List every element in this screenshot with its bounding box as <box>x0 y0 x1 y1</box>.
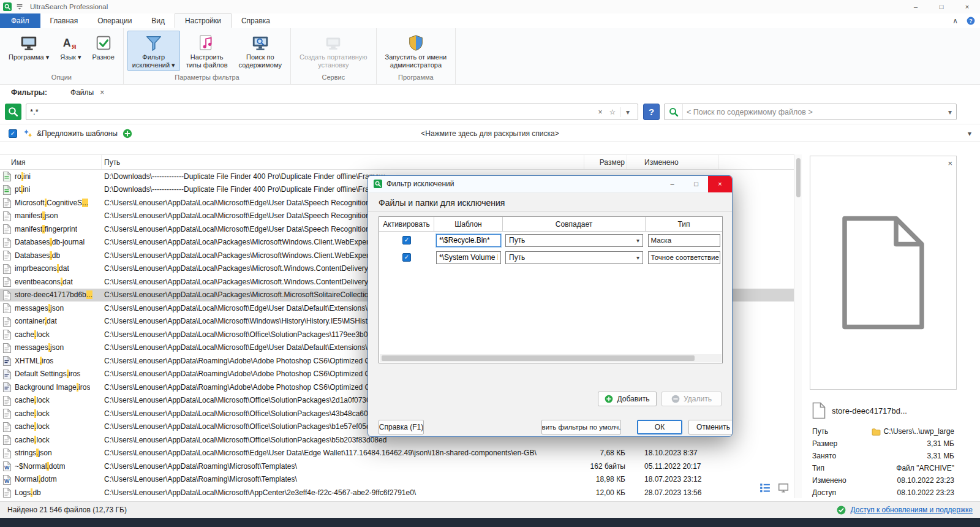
ribbon-button[interactable]: Настроитьтипы файлов <box>181 31 233 71</box>
column-header-pattern: Шаблон <box>434 217 503 231</box>
minimize-button[interactable]: – <box>903 0 929 13</box>
filters-label: Фильтры: <box>11 88 47 97</box>
dialog-title: Фильтр исключений <box>386 180 454 188</box>
file-icon <box>2 422 12 432</box>
cancel-button[interactable]: Отменить <box>688 420 733 434</box>
table-row[interactable]: strings.jsonC:\Users\Lenouser\AppData\Lo… <box>0 447 794 460</box>
preview-view-icon[interactable] <box>778 482 789 493</box>
dialog-close-button[interactable]: × <box>708 176 732 192</box>
dialog-minimize-button[interactable]: – <box>660 176 684 192</box>
ok-button[interactable]: ОК <box>637 420 682 434</box>
dialog-help-button[interactable]: Справка (F1) <box>379 420 424 434</box>
file-name-cell: XHTML.iros <box>0 355 102 366</box>
column-header-name[interactable]: Имя <box>0 155 102 169</box>
table-row[interactable]: W~$Normal.dotmC:\Users\Lenouser\AppData\… <box>0 460 794 473</box>
file-icon <box>2 264 12 274</box>
help-icon[interactable]: ? <box>967 17 975 25</box>
filter-tab-close-icon[interactable]: × <box>100 88 104 97</box>
tabrow-right: ∧ ? <box>952 13 975 28</box>
table-row[interactable]: Logs.dbC:\Users\Lenouser\AppData\Local\M… <box>0 486 794 498</box>
search-button[interactable] <box>5 104 21 120</box>
table-row[interactable]: WNormal.dotmC:\Users\Lenouser\AppData\Ro… <box>0 473 794 487</box>
titlebar: UltraSearch Professional – □ × <box>0 0 980 13</box>
content-dropdown-icon[interactable]: ▾ <box>944 108 956 116</box>
column-header-size[interactable]: Размер <box>584 155 627 169</box>
favorite-star-icon[interactable]: ☆ <box>606 108 619 116</box>
scrollbar-thumb[interactable] <box>796 158 801 197</box>
preview-close-icon[interactable]: × <box>948 159 952 168</box>
dialog-hscrollbar[interactable] <box>380 354 722 362</box>
file-icon <box>2 224 12 234</box>
file-name: ~$Normal.dotm <box>15 462 65 471</box>
property-label: Тип <box>812 464 858 473</box>
pattern-help-button[interactable]: ? <box>643 104 660 120</box>
clear-input-icon[interactable]: × <box>594 108 606 116</box>
svg-text:А: А <box>63 37 71 49</box>
preview-info: store-deec41717bd... ПутьC:\Users\..\uwp… <box>811 397 956 499</box>
ribbon-button[interactable]: Программа ▾ <box>4 31 54 63</box>
ribbon-button[interactable]: Фильтрисключений ▾ <box>127 31 180 71</box>
file-name-cell: Databases.db <box>0 250 102 260</box>
menu-tab[interactable]: Операции <box>88 13 141 28</box>
quick-access-menu-icon[interactable] <box>15 2 24 11</box>
file-name-cell: messages.json <box>0 343 102 353</box>
expand-list-hint[interactable]: <Нажмите здесь для раскрытия списка> <box>0 129 980 138</box>
history-dropdown-icon[interactable]: ▾ <box>622 108 634 116</box>
file-name-cell: cache.lock <box>0 422 102 432</box>
add-exclusion-button[interactable]: Добавить <box>598 392 657 406</box>
ribbon-button[interactable]: АяЯзык ▾ <box>55 31 86 63</box>
portable-icon <box>324 34 342 52</box>
updates-support-link[interactable]: Доступ к обновлениям и поддержке <box>851 506 973 514</box>
close-button[interactable]: × <box>954 0 980 13</box>
ribbon-button[interactable]: Поиск посодержимому <box>234 31 287 71</box>
file-name: pt.ini <box>15 185 30 194</box>
file-name: messages.json <box>15 304 64 313</box>
file-icon <box>2 343 12 353</box>
ribbon-button-label: исключений ▾ <box>132 61 175 69</box>
exclusion-type-box[interactable]: Точное соответствие <box>648 251 720 264</box>
list-view-icon[interactable] <box>760 482 771 493</box>
file-icon <box>2 434 12 445</box>
dialog-maximize-button[interactable]: □ <box>684 176 708 192</box>
dialog-hscroll-thumb[interactable] <box>382 355 695 361</box>
file-icon <box>2 171 12 181</box>
file-table-scrollbar[interactable] <box>794 154 802 498</box>
exclusion-pattern-input[interactable] <box>436 251 501 264</box>
exclusion-enabled-checkbox[interactable]: ✓ <box>402 236 411 245</box>
menu-tabs: ФайлГлавнаяОперацииВидНастройкиСправка <box>0 13 980 28</box>
property-label: Изменено <box>812 476 858 485</box>
exclusion-match-select[interactable]: Путь▾ <box>505 234 643 247</box>
monitor-icon <box>20 34 38 52</box>
ribbon-button[interactable]: Разное <box>88 31 119 63</box>
exclusion-type-box[interactable]: Маска <box>648 234 720 247</box>
menu-tab[interactable]: Файл <box>0 13 40 28</box>
ribbon-group-label: Программа <box>379 74 453 84</box>
file-icon <box>2 303 12 313</box>
menu-tab[interactable]: Справка <box>232 13 280 28</box>
content-search-icon[interactable] <box>665 104 683 119</box>
filter-tab-files[interactable]: Файлы × <box>70 88 104 97</box>
dialog-titlebar[interactable]: Фильтр исключений – □ × <box>368 176 732 192</box>
template-dropdown-icon[interactable]: ▾ <box>968 129 971 138</box>
content-search-input[interactable] <box>683 108 944 116</box>
exclusion-pattern-input[interactable] <box>436 234 501 247</box>
collapse-ribbon-icon[interactable]: ∧ <box>952 17 958 25</box>
dialog-divider <box>368 211 732 212</box>
menu-tab[interactable]: Настройки <box>175 13 232 28</box>
funnel-icon <box>145 34 163 52</box>
column-header-path[interactable]: Путь <box>102 155 584 169</box>
property-value-text: 3,31 МБ <box>927 452 954 461</box>
exclusion-enabled-checkbox[interactable]: ✓ <box>402 253 411 262</box>
document-placeholder-icon <box>837 214 929 332</box>
ribbon-button[interactable]: Запустить от имениадминистратора <box>380 31 452 71</box>
file-doc-icon <box>812 402 826 419</box>
menu-tab[interactable]: Главная <box>40 13 88 28</box>
exclusion-match-select[interactable]: Путь▾ <box>505 251 643 264</box>
column-header-modified[interactable]: Изменено <box>627 155 719 169</box>
pattern-input[interactable] <box>30 107 594 116</box>
maximize-button[interactable]: □ <box>929 0 954 13</box>
ribbon-button-label: Фильтр <box>142 53 165 61</box>
menu-tab[interactable]: Вид <box>141 13 175 28</box>
restore-defaults-button[interactable]: вить фильтры по умолч. <box>541 420 621 434</box>
file-name: XHTML.iros <box>15 357 53 365</box>
